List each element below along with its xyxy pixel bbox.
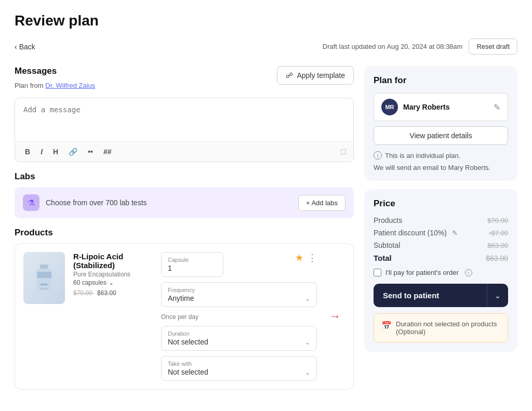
svg-text:R-Lipoic: R-Lipoic	[41, 287, 48, 290]
draft-timestamp: Draft last updated on Aug 20, 2024 at 08…	[323, 43, 463, 50]
product-name: R-Lipoic Acid (Stabilized)	[73, 252, 149, 270]
send-dropdown-arrow[interactable]: ⌄	[487, 284, 508, 307]
heading-button[interactable]: H	[50, 146, 61, 157]
bold-button[interactable]: B	[22, 146, 33, 157]
more-options-icon[interactable]: ⋮	[308, 252, 317, 263]
patient-name: Mary Roberts	[403, 103, 494, 111]
plan-for-card: Plan for MR Mary Roberts ✎ View patient …	[364, 66, 517, 181]
messages-header: Messages Plan from Dr. Wilfred Zaius ☍ A…	[15, 66, 354, 95]
patient-avatar: MR	[381, 99, 398, 115]
back-link[interactable]: ‹ Back	[15, 43, 35, 51]
reset-draft-button[interactable]: Reset draft	[469, 38, 517, 55]
link-button[interactable]: 🔗	[66, 146, 80, 157]
product-brand: Pure Encapsulations	[73, 271, 149, 278]
chat-icon: □	[341, 147, 346, 156]
svg-text:pure: pure	[41, 283, 48, 286]
product-controls: Capsule 1 ★ ⋮ Frequency Anytime	[161, 252, 317, 381]
product-discounted-price: $63.00	[97, 289, 116, 297]
frequency-dropdown-arrow: ⌄	[305, 295, 310, 302]
top-bar: ‹ Back Draft last updated on Aug 20, 202…	[15, 38, 517, 55]
pay-for-patient-row: I'll pay for patient's order i	[374, 269, 508, 276]
pay-info-icon[interactable]: i	[465, 269, 472, 276]
capsule-field[interactable]: Capsule 1	[161, 252, 223, 277]
labs-description: Choose from over 700 lab tests	[46, 198, 147, 207]
svg-rect-0	[40, 264, 48, 269]
info-circle-icon: i	[374, 151, 382, 160]
price-row-discount: Patient discount (10%) ✎ -$7.00	[374, 229, 508, 237]
take-with-dropdown-arrow: ⌄	[305, 369, 310, 376]
right-column: Plan for MR Mary Roberts ✎ View patient …	[364, 66, 517, 399]
main-layout: Messages Plan from Dr. Wilfred Zaius ☍ A…	[15, 66, 517, 399]
labs-section: Labs ⚗ Choose from over 700 lab tests + …	[15, 171, 354, 218]
messages-title: Messages	[15, 66, 95, 76]
calendar-icon: 📅	[381, 321, 392, 330]
svg-rect-2	[37, 272, 51, 278]
products-title: Products	[15, 228, 354, 238]
page-title: Review plan	[15, 12, 517, 29]
labs-title: Labs	[15, 171, 354, 182]
product-bottle-icon: pure R-Lipoic	[34, 262, 55, 294]
patient-row: MR Mary Roberts ✎	[374, 93, 508, 121]
duration-dropdown[interactable]: Duration Not selected ⌄	[161, 326, 317, 351]
messages-section: Messages Plan from Dr. Wilfred Zaius ☍ A…	[15, 66, 354, 162]
labs-box: ⚗ Choose from over 700 lab tests + Add l…	[15, 187, 354, 218]
plan-for-title: Plan for	[374, 75, 508, 86]
message-toolbar: B I H 🔗 •• ## □	[15, 141, 353, 162]
product-card: pure R-Lipoic R-Lipoic Acid (Stabilized)…	[15, 243, 354, 390]
duration-dropdown-arrow: ⌄	[305, 339, 310, 346]
send-to-patient-button[interactable]: Send to patient	[374, 284, 487, 307]
send-button-wrapper: Send to patient ⌄	[374, 284, 508, 307]
add-labs-button[interactable]: + Add labs	[298, 195, 345, 211]
star-icon[interactable]: ★	[295, 252, 303, 263]
italic-button[interactable]: I	[38, 146, 45, 157]
apply-template-button[interactable]: ☍ Apply template	[277, 66, 354, 85]
pay-for-patient-checkbox[interactable]	[374, 269, 381, 276]
send-email-note: We will send an email to Mary Roberts.	[374, 164, 508, 171]
plan-from: Plan from Dr. Wilfred Zaius	[15, 82, 95, 89]
draft-info: Draft last updated on Aug 20, 2024 at 08…	[323, 38, 517, 55]
products-section: Products pure R-Lipoic	[15, 228, 354, 390]
frequency-dropdown[interactable]: Frequency Anytime ⌄	[161, 282, 317, 307]
message-box: B I H 🔗 •• ## □	[15, 98, 354, 162]
flask-icon: ⚗	[23, 194, 39, 211]
price-row-subtotal: Subtotal $63.00	[374, 241, 508, 249]
message-textarea[interactable]	[15, 98, 353, 140]
price-row-products: Products $70.00	[374, 216, 508, 224]
product-image: pure R-Lipoic	[23, 252, 65, 304]
edit-discount-icon[interactable]: ✎	[452, 229, 458, 237]
take-with-dropdown[interactable]: Take with Not selected ⌄	[161, 356, 317, 381]
frequency-note: Once per day	[161, 313, 317, 321]
price-title: Price	[374, 198, 508, 209]
bullet-list-button[interactable]: ••	[85, 146, 96, 157]
template-icon: ☍	[286, 71, 293, 79]
edit-patient-icon[interactable]: ✎	[494, 102, 500, 112]
chevron-left-icon: ‹	[15, 43, 17, 51]
left-column: Messages Plan from Dr. Wilfred Zaius ☍ A…	[15, 66, 354, 399]
product-original-price: $70.00	[73, 289, 92, 297]
price-total-row: Total $63.00	[374, 254, 508, 262]
arrow-indicator: →	[329, 252, 341, 381]
view-patient-button[interactable]: View patient details	[374, 126, 508, 145]
back-label: Back	[19, 43, 35, 51]
numbered-list-button[interactable]: ##	[101, 146, 114, 157]
doctor-link[interactable]: Dr. Wilfred Zaius	[45, 82, 95, 89]
chevron-down-icon[interactable]: ⌄	[109, 279, 114, 286]
individual-plan-info: i This is an individual plan.	[374, 151, 508, 160]
duration-warning: 📅 Duration not selected on products (Opt…	[374, 313, 508, 342]
product-capsules: 60 capsules ⌄	[73, 279, 149, 286]
red-arrow-icon: →	[329, 310, 341, 323]
price-card: Price Products $70.00 Patient discount (…	[364, 189, 517, 352]
